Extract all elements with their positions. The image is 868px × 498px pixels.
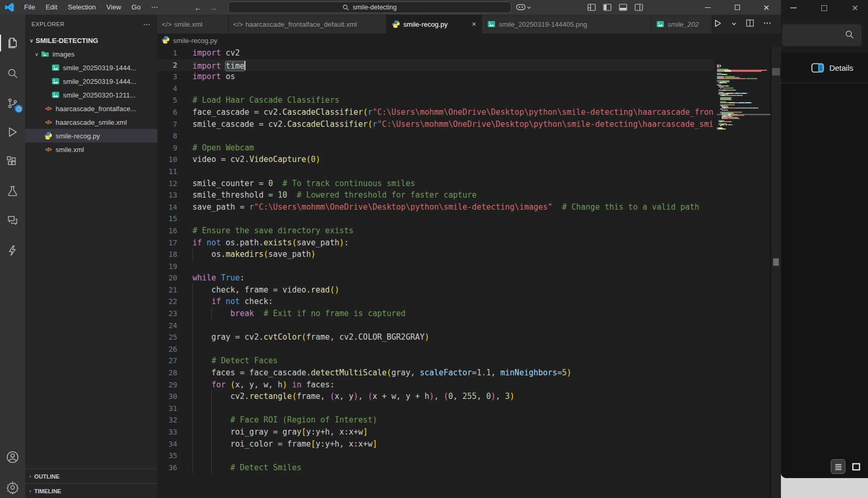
details-label: Details	[829, 63, 853, 72]
close-button[interactable]: ✕	[752, 0, 781, 15]
search-icon[interactable]	[0, 62, 25, 85]
run-debug-icon[interactable]	[0, 121, 25, 144]
close-tab-icon[interactable]: ×	[468, 20, 476, 28]
titlebar: FileEditSelectionViewGo⋯ ← → smile-detec…	[0, 0, 781, 15]
menu-go[interactable]: Go	[126, 2, 146, 13]
line-number: 19	[157, 261, 177, 273]
code-line-21: 21 check, frame = video.read()	[157, 284, 713, 296]
tree-item-images[interactable]: ∨images	[25, 47, 157, 61]
tree-item-haarcascade-frontalface-[interactable]: </>haarcascade_frontalface...	[25, 102, 157, 115]
source-control-icon[interactable]	[0, 92, 25, 115]
minimap[interactable]	[716, 47, 771, 498]
code-editor[interactable]: 1import cv22import time3import os45# Loa…	[157, 47, 781, 498]
photos-close-button[interactable]: ✕	[852, 3, 859, 13]
code-line-35: 35	[157, 450, 713, 462]
chevron-right-icon: ›	[29, 488, 31, 494]
tab-smile-202[interactable]: smile_202	[651, 15, 712, 34]
search-value: smile-detecting	[352, 4, 397, 11]
line-number: 35	[157, 450, 177, 462]
toggle-panel-icon[interactable]	[619, 3, 627, 12]
menu-more[interactable]: ⋯	[146, 2, 163, 13]
lightning-icon[interactable]	[0, 239, 25, 262]
menu-selection[interactable]: Selection	[62, 2, 101, 13]
line-number: 1	[157, 47, 177, 59]
indent-guide	[211, 414, 212, 426]
chevron-down-icon[interactable]	[731, 19, 737, 29]
testing-icon[interactable]	[0, 180, 25, 203]
line-number: 26	[157, 343, 177, 355]
back-button[interactable]: ←	[194, 3, 202, 12]
image-icon	[487, 20, 496, 28]
customize-layout-icon[interactable]	[587, 3, 596, 12]
code-line-32: 32 # Face ROI (Region of Interest)	[157, 414, 713, 426]
toggle-secondary-sidebar-icon[interactable]	[635, 3, 643, 12]
code-line-17: 17if not os.path.exists(save_path):	[157, 237, 713, 249]
desktop-background	[781, 478, 868, 498]
section-timeline[interactable]: ›TIMELINE	[25, 483, 157, 498]
photos-minimize-button[interactable]	[790, 7, 797, 8]
settings-gear-icon[interactable]	[0, 476, 25, 498]
tree-item-label: images	[52, 50, 74, 58]
extensions-icon[interactable]	[0, 150, 25, 174]
scrollbar-slider[interactable]	[772, 68, 780, 75]
minimize-button[interactable]	[693, 0, 723, 15]
details-toggle[interactable]: Details	[781, 52, 868, 83]
photos-search-input[interactable]	[782, 24, 862, 46]
breadcrumb[interactable]: smile-recog.py	[157, 34, 781, 47]
explorer-icon[interactable]	[0, 31, 25, 55]
command-center-search[interactable]: smile-detecting	[228, 2, 511, 13]
split-editor-icon[interactable]	[746, 19, 754, 29]
line-number: 14	[157, 201, 177, 213]
code-line-2: 2import time	[157, 59, 713, 71]
chat-icon[interactable]	[0, 209, 25, 232]
line-number: 21	[157, 284, 177, 296]
content-view-icon[interactable]	[849, 460, 863, 473]
line-number: 4	[157, 83, 177, 95]
editor-scrollbar[interactable]	[771, 47, 781, 498]
tree-item-haarcascade-smile-xml[interactable]: </>haarcascade_smile.xml	[25, 115, 157, 129]
code-line-11: 11	[157, 166, 713, 178]
tree-item-smile-20250319-1444-[interactable]: smile_20250319-1444...	[25, 61, 157, 74]
tab-haarcascade-frontalface-default-xml[interactable]: </>haarcascade_frontalface_default.xml	[229, 15, 387, 34]
code-line-16: 16# Ensure the save directory exists	[157, 225, 713, 237]
tree-item-smile-recog-py[interactable]: smile-recog.py	[25, 129, 157, 143]
code-line-24: 24	[157, 320, 713, 332]
indent-guide	[211, 426, 212, 438]
indent-guide	[192, 355, 193, 367]
explorer-title: EXPLORER	[31, 21, 65, 27]
account-icon[interactable]	[0, 446, 25, 469]
menu-view[interactable]: View	[101, 2, 126, 13]
tab-smile-recog-py[interactable]: smile-recog.py×	[387, 15, 482, 34]
list-view-icon[interactable]	[831, 460, 845, 473]
code-line-36: 36 # Detect Smiles	[157, 462, 713, 474]
run-button-icon[interactable]	[713, 19, 722, 30]
tree-item-smile-20250320-1211-[interactable]: smile_20250320-1211...	[25, 88, 157, 102]
tree-item-smile-20250319-1444-[interactable]: smile_20250319-1444...	[25, 74, 157, 88]
maximize-button[interactable]	[723, 0, 752, 15]
code-line-18: 18 os.makedirs(save_path)	[157, 248, 713, 261]
breadcrumb-file: smile-recog.py	[173, 37, 218, 45]
indent-guide	[192, 296, 193, 308]
section-outline[interactable]: ›OUTLINE	[25, 469, 157, 483]
tab-smile-20250319-144405-png[interactable]: smile_20250319-144405.png	[482, 15, 651, 34]
photos-titlebar: ✕	[781, 0, 868, 18]
tree-root-folder[interactable]: ∨SMILE-DETECTING	[25, 34, 157, 47]
menu-file[interactable]: File	[19, 2, 40, 13]
python-file-icon	[162, 36, 170, 46]
toggle-primary-sidebar-icon[interactable]	[603, 3, 612, 12]
more-actions-icon[interactable]	[763, 19, 771, 29]
indent-guide	[211, 308, 212, 320]
tree-item-label: smile_20250319-1444...	[63, 78, 136, 85]
copilot-icon[interactable]	[516, 4, 531, 11]
code-line-10: 10video = cv2.VideoCapture(0)	[157, 154, 713, 166]
tree-item-label: haarcascade_smile.xml	[56, 118, 127, 126]
explorer-more-actions[interactable]: ⋯	[143, 20, 151, 28]
line-number: 9	[157, 142, 177, 154]
tab-smile-xml[interactable]: </>smile.xml	[157, 15, 229, 34]
section-label: OUTLINE	[34, 473, 59, 480]
forward-button[interactable]: →	[209, 3, 217, 12]
menu-edit[interactable]: Edit	[40, 2, 62, 13]
chevron-right-icon: ›	[29, 473, 31, 479]
tree-item-smile-xml[interactable]: </>smile.xml	[25, 143, 157, 156]
photos-maximize-button[interactable]	[821, 5, 827, 11]
